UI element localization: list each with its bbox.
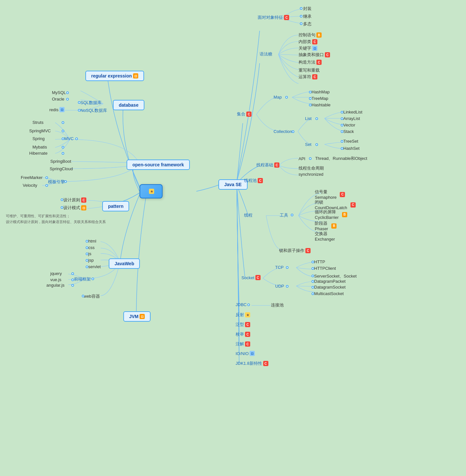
- tool-c4: 阶段器Phaser B: [315, 220, 337, 231]
- jw-c4: jsp: [88, 258, 94, 263]
- jw-c1: html: [88, 239, 96, 244]
- fe-c1: jquery: [50, 271, 62, 276]
- list-c4: Stack: [343, 129, 354, 134]
- socket-node: Socket C: [241, 275, 261, 280]
- tb-c1: API Thread、Runnable和Object: [299, 156, 367, 161]
- oop-node: 面对对象特征 C: [258, 15, 289, 20]
- mvc-c5: Hibernate: [29, 151, 47, 156]
- udp-node: UDP: [275, 284, 284, 289]
- syntax-c2: 内部类 C: [299, 39, 317, 45]
- database-node: database: [113, 100, 144, 110]
- list-node: List: [305, 116, 312, 121]
- regex-node: regular expression ⊡: [85, 71, 144, 81]
- freemarker-node: FreeMarker: [21, 175, 43, 180]
- tcp-c3: ServerSocket、Socket: [314, 273, 357, 279]
- annotation-node: 注解 C: [236, 341, 250, 347]
- mvc-c4: Mybatis: [32, 145, 47, 149]
- syntax-c4: 抽象类和接口 C: [299, 52, 330, 58]
- jw-c3: js: [88, 251, 91, 256]
- map-c1: HashMap: [312, 89, 330, 94]
- map-node: Map: [274, 95, 282, 100]
- syntax-c1: 控制语句 B: [299, 32, 322, 38]
- tcp-node: TCP: [275, 265, 284, 270]
- springcloud-node: SpringCloud: [50, 166, 73, 171]
- jw-c2: css: [88, 245, 95, 250]
- oracle-node: Oracle: [52, 97, 64, 101]
- center-badge: ★: [149, 189, 154, 194]
- thread-node: 线程: [244, 212, 252, 218]
- template-node: 模板引擎: [48, 179, 65, 185]
- jdbc-node: JDBC: [236, 302, 247, 307]
- jw-c5: servlet: [88, 264, 101, 269]
- tool-c3: 循环的屏障CyclicBarrier B: [315, 209, 347, 220]
- pattern-note: 可维护、可重用性、可扩展性和灵活性； 设计模式和设计原则，面向对象语言特征、关联…: [6, 213, 106, 225]
- framework-node: open-source framework: [127, 160, 190, 170]
- ioneo-node: IO/NIO ⊡: [236, 351, 255, 356]
- syntax-node: 语法糖: [260, 51, 272, 57]
- mvc-c1: Struts: [32, 120, 43, 125]
- fe-c3: angular.js: [46, 283, 65, 288]
- mysql-node: MySQL: [52, 90, 66, 95]
- javase-label: Java SE: [224, 182, 242, 187]
- pattern-node: pattern: [102, 201, 129, 211]
- udp-c1: DatagramPacket: [314, 279, 346, 284]
- syntax-c5: 构造方法 C: [299, 59, 322, 65]
- velocity-node: Velocity: [23, 183, 37, 188]
- set-node: Set: [305, 142, 312, 147]
- syntax-c6: 重写和重载: [299, 67, 320, 73]
- set-c2: HashSet: [343, 146, 360, 151]
- syntax-c7: 运算符 C: [299, 74, 317, 80]
- collection-node: 集合 C: [237, 111, 251, 117]
- oop-child3: 多态: [303, 21, 312, 27]
- lock-node: 锁和原子操作 C: [279, 248, 311, 254]
- set-c1: TreeSet: [343, 139, 358, 144]
- tool-c1: 信号量Semaphore C: [315, 189, 345, 200]
- map-c2: TreeMap: [312, 96, 328, 101]
- mvc-c3: Spring: [32, 136, 45, 141]
- frontend-node: 前端框架: [74, 276, 91, 282]
- list-c1: LinkedList: [343, 110, 362, 114]
- mvc-c2: SpringMVC: [29, 128, 51, 133]
- javase-node: Java SE: [218, 179, 248, 190]
- pattern-c2: 设计模式 ⊡: [63, 205, 86, 211]
- springboot-node: SpringBoot: [50, 159, 71, 164]
- jdk18-node: JDK1.8新特性 C: [236, 361, 268, 366]
- syntax-c3: 关键字 ⊡: [299, 45, 317, 51]
- thread-pool-node: 线程池 C: [244, 178, 263, 184]
- map-c3: Hashtable: [312, 102, 331, 107]
- tool-c2: 闭锁CountDownLatch C: [315, 199, 356, 210]
- tb-c2: 线程生命周期: [299, 165, 324, 171]
- jvm-node: JVM ⊡: [123, 311, 151, 322]
- udp-c3: MulticastSocket: [314, 291, 344, 296]
- sql-node: SQL数据库: [80, 100, 102, 106]
- pattern-c1: 设计原则 C: [63, 197, 86, 203]
- javaweb-node: JavaWeb: [109, 258, 140, 269]
- thread-basic-node: 线程基础 C: [256, 162, 279, 168]
- coll-node: Collection: [274, 129, 292, 134]
- list-c2: ArrayList: [343, 116, 360, 121]
- generic-node: 泛型 C: [236, 322, 250, 327]
- nosql-node: NoSQL数据库: [80, 108, 107, 113]
- redis-node: redis ⊡: [49, 107, 65, 112]
- enum-node: 枚举 C: [236, 331, 250, 337]
- oop-child1: 封装: [303, 6, 312, 12]
- reflect-node: 反射 ★: [236, 312, 250, 318]
- tcp-c1: HTTP: [314, 259, 325, 264]
- tcp-c2: HTTPClient: [314, 266, 336, 271]
- tool-c5: 交换器Exchanger: [315, 231, 335, 242]
- mvc-node: MVC: [64, 136, 74, 141]
- fe-c2: vue.js: [50, 277, 61, 282]
- list-c3: Vector: [343, 123, 355, 127]
- udp-c2: DatagramSocket: [314, 285, 346, 290]
- tools-node: 工具: [280, 212, 288, 218]
- jdbc-c1: 连接池: [271, 302, 284, 308]
- tb-c3: synchronized: [299, 172, 324, 177]
- center-node: ★: [140, 184, 163, 198]
- webcontainer-node: web容器: [84, 293, 100, 299]
- oop-child2: 继承: [303, 14, 312, 19]
